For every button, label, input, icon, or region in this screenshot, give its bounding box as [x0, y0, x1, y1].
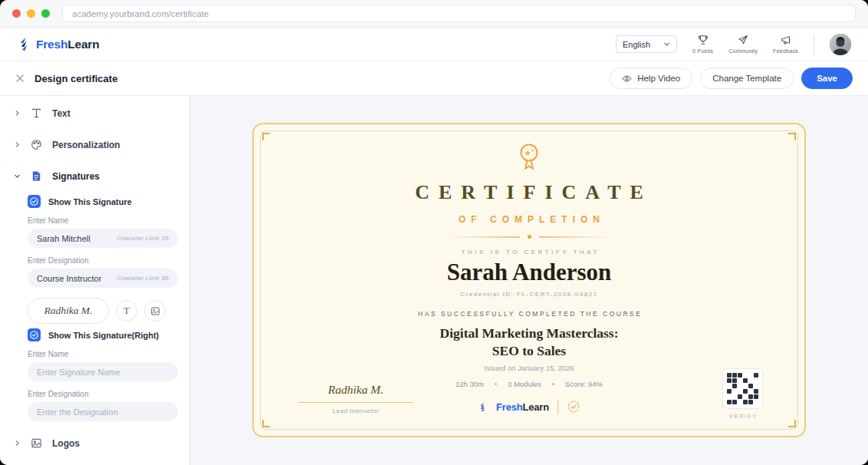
certify-line: THIS IS TO CERTIFY THAT	[254, 249, 804, 256]
feedback-nav-item[interactable]: Feedback	[773, 35, 798, 54]
certificate-preview[interactable]: CERTIFICATE OF COMPLETION THIS IS TO CER…	[252, 123, 806, 437]
url-text: academy.yourbrand.com/certificate	[72, 9, 209, 18]
character-limit-hint: Character Limit: 85	[117, 275, 169, 282]
megaphone-icon	[781, 35, 791, 45]
help-video-button[interactable]: Help Video	[610, 68, 692, 89]
freshlearn-logo-icon	[478, 402, 488, 412]
maximize-window-button[interactable]	[41, 9, 50, 18]
change-template-button[interactable]: Change Template	[700, 68, 794, 89]
brand-divider	[557, 399, 558, 414]
signature-line	[298, 402, 413, 403]
sidebar-section-label: Logos	[52, 438, 80, 449]
enter-designation-label: Enter Designation	[28, 390, 189, 398]
community-nav-item[interactable]: Community	[728, 35, 758, 54]
chevron-right-icon	[14, 440, 21, 447]
minimize-window-button[interactable]	[27, 9, 35, 18]
app-window: academy.yourbrand.com/certificate FreshL…	[0, 0, 868, 465]
course-title: Digital Marketing Masterclass: SEO to Sa…	[254, 325, 804, 360]
chevron-right-icon	[14, 110, 21, 117]
qr-code	[722, 368, 763, 409]
freshlearn-logo[interactable]: FreshLearn	[17, 37, 99, 51]
chevron-down-icon	[14, 173, 21, 180]
toggle-label: Show This Signature	[48, 197, 132, 206]
sidebar-section-text[interactable]: Text	[0, 97, 189, 129]
eye-icon	[622, 74, 632, 84]
dot-separator	[495, 383, 497, 385]
sidebar-section-signatures[interactable]: Signatures	[0, 160, 189, 192]
score-value: Score: 94%	[565, 380, 603, 388]
verify-qr-block[interactable]: VERIFY	[722, 367, 763, 419]
verified-check-badge-icon	[567, 400, 580, 414]
image-icon	[31, 437, 42, 449]
close-icon[interactable]	[15, 74, 25, 83]
signature-designation-field-wrap: Character Limit: 85	[28, 269, 178, 288]
sidebar-section-logos[interactable]: Logos	[0, 427, 189, 459]
top-navigation: FreshLearn English 0 Points Community Fe…	[0, 28, 868, 61]
palette-icon	[31, 139, 42, 150]
award-medal-icon	[514, 141, 544, 172]
text-icon	[31, 107, 42, 119]
browser-chrome: academy.yourbrand.com/certificate	[0, 0, 868, 28]
show-signature-left-toggle[interactable]: Show This Signature	[28, 195, 189, 208]
recipient-name: Sarah Anderson	[254, 259, 804, 286]
image-icon	[150, 306, 160, 316]
credential-id: Credential ID: FL-CERT-2026-04821	[254, 291, 804, 298]
save-button[interactable]: Save	[801, 68, 853, 89]
feedback-label: Feedback	[773, 48, 798, 54]
enter-designation-label: Enter Designation	[28, 256, 189, 265]
right-signature-designation-field-wrap	[28, 402, 178, 421]
signature-style-preview[interactable]: Radhika M.	[28, 298, 109, 324]
checkbox-checked-icon	[28, 328, 41, 341]
close-window-button[interactable]	[12, 9, 21, 18]
instructor-signature-block: Radhika M. Lead Instructor	[298, 383, 413, 414]
document-icon	[31, 170, 42, 182]
user-avatar[interactable]	[830, 34, 851, 55]
signature-designation-input[interactable]	[37, 274, 113, 283]
chevron-right-icon	[14, 141, 21, 148]
sidebar-section-label: Personalization	[52, 140, 120, 150]
signature-name-field-wrap: Character Limit: 25	[28, 229, 178, 248]
signature-image-mode-button[interactable]	[144, 300, 166, 322]
sidebar-section-label: Signatures	[52, 171, 100, 182]
chevron-down-icon	[663, 41, 670, 48]
completed-line: HAS SUCCESSFULLY COMPLETED THE COURSE	[254, 310, 804, 318]
signature-role: Lead Instructor	[298, 407, 413, 414]
window-controls	[12, 9, 50, 18]
enter-name-label: Enter Name	[28, 350, 189, 358]
send-icon	[738, 35, 748, 45]
community-label: Community	[728, 48, 758, 54]
page-title: Design certificate	[35, 73, 117, 84]
points-label: 0 Points	[692, 48, 713, 54]
verify-label: VERIFY	[722, 414, 763, 419]
trophy-icon	[698, 35, 709, 45]
checkbox-checked-icon	[28, 195, 41, 208]
language-selector[interactable]: English	[616, 35, 677, 53]
certificate-canvas: CERTIFICATE OF COMPLETION THIS IS TO CER…	[190, 96, 868, 465]
sidebar: Text Personalization Signatures Show Thi…	[0, 96, 190, 465]
modules-value: 3 Modules	[508, 380, 541, 388]
freshlearn-logo-icon	[17, 37, 31, 51]
certificate-title: CERTIFICATE	[254, 181, 804, 204]
brand-wordmark: FreshLearn	[36, 38, 99, 51]
signature-text-mode-button[interactable]: T	[116, 300, 137, 322]
signature-name: Radhika M.	[298, 383, 413, 397]
right-signature-name-input[interactable]	[37, 368, 169, 377]
sidebar-section-personalization[interactable]: Personalization	[0, 129, 189, 160]
nav-divider	[814, 35, 814, 54]
certificate-brand-block: FreshLearn	[478, 399, 580, 414]
dot-separator	[552, 383, 554, 385]
right-signature-designation-input[interactable]	[37, 407, 169, 417]
page-header: Design certificate Help Video Change Tem…	[0, 61, 868, 96]
language-value: English	[623, 40, 650, 49]
points-nav-item[interactable]: 0 Points	[692, 35, 713, 54]
show-signature-right-toggle[interactable]: Show This Signature(Right)	[28, 328, 189, 341]
ornament-divider	[254, 235, 804, 239]
sidebar-section-label: Text	[52, 108, 71, 119]
character-limit-hint: Character Limit: 25	[117, 235, 169, 242]
right-signature-name-field-wrap	[28, 362, 178, 381]
toggle-label: Show This Signature(Right)	[48, 331, 159, 340]
enter-name-label: Enter Name	[28, 216, 189, 225]
address-bar[interactable]: academy.yourbrand.com/certificate	[62, 5, 856, 22]
certificate-subtitle: OF COMPLETION	[254, 214, 804, 225]
signature-name-input[interactable]	[37, 234, 113, 243]
